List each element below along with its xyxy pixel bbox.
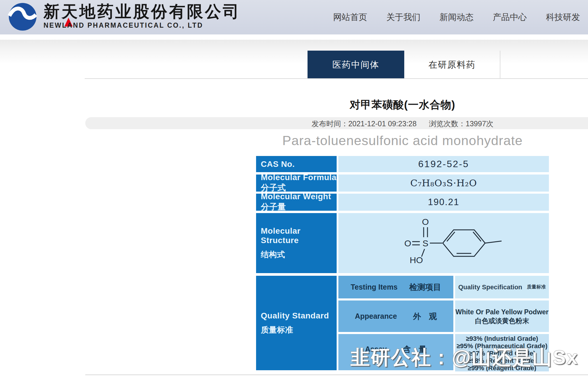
page: 新天地药业股份有限公司 NEWLAND PHARMACEUTICAL CO., … [0, 0, 588, 377]
views-value: 13997次 [466, 119, 494, 128]
watermark: 韭研公社：@山还是山Sx [350, 344, 578, 371]
page-title: 对甲苯磺酸(一水合物) [256, 98, 549, 112]
company-name-cn: 新天地药业股份有限公司 [44, 3, 241, 20]
testing-items-header-cn: 检测项目 [409, 282, 441, 293]
meta-text: 发布时间：2021-12-01 09:23:28浏览次数：13997次 [256, 119, 549, 129]
molecular-structure-drawing: O S O HO [369, 213, 505, 271]
testing-items-header-en: Testing Items [351, 283, 397, 291]
views-label: 浏览次数： [429, 119, 466, 128]
publish-time: 2021-12-01 09:23:28 [348, 119, 417, 128]
atom-s: S [422, 238, 428, 248]
appearance-spec-en: White Or Pale Yellow Podwer [455, 308, 549, 316]
appearance-item-cell: Appearance 外 观 [338, 300, 453, 332]
cas-value: 6192-52-5 [338, 156, 549, 172]
atom-o-left: O [404, 238, 411, 248]
publish-label: 发布时间： [312, 119, 348, 128]
quality-spec-header: Quality Specification 质量标准 [455, 276, 549, 298]
row-label-weight: Molecular Weight分子量 [256, 194, 337, 211]
atom-o-top: O [422, 217, 429, 227]
structure-cell: O S O HO [338, 213, 549, 273]
structure-label-en: Molecular Structure [261, 226, 337, 245]
row-label-formula: Molecular Formula分子式 [256, 175, 337, 192]
main-nav: 网站首页 关于我们 新闻动态 产品中心 科技研发 [333, 0, 580, 34]
quality-spec-header-cn: 质量标准 [527, 284, 546, 290]
bottom-rule [85, 374, 588, 375]
quality-label-en: Quality Standard [261, 311, 329, 320]
row-label-cas: CAS No. [256, 156, 337, 172]
testing-items-header: Testing Items 检测项目 [338, 276, 453, 298]
nav-item-research[interactable]: 科技研发 [546, 11, 580, 23]
nav-item-home[interactable]: 网站首页 [333, 11, 367, 23]
nav-item-products[interactable]: 产品中心 [493, 11, 527, 23]
formula-value: C₇H₈O₃S·H₂O [338, 175, 549, 192]
product-table: CAS No. Molecular Formula分子式 Molecular W… [256, 156, 549, 370]
nav-item-about[interactable]: 关于我们 [386, 11, 420, 23]
weight-value: 190.21 [338, 194, 549, 211]
appearance-spec-cell: White Or Pale Yellow Podwer 白色或淡黄色粉末 [455, 300, 549, 332]
row-label-structure: Molecular Structure 结构式 [256, 213, 337, 273]
quality-label-cn: 质量标准 [261, 325, 293, 335]
tab-api-in-research[interactable]: 在研原料药 [404, 51, 500, 79]
tab-divider [500, 51, 500, 79]
brand-block: 新天地药业股份有限公司 NEWLAND PHARMACEUTICAL CO., … [44, 3, 241, 29]
site-header: 新天地药业股份有限公司 NEWLAND PHARMACEUTICAL CO., … [0, 0, 588, 34]
product-title-en: Para-toluenesulfonic acid monohydrate [256, 133, 549, 148]
atom-ho: HO [410, 255, 423, 265]
structure-label-cn: 结构式 [261, 249, 285, 260]
assay-spec-line: ≥93% (Industrial Grade) [466, 335, 538, 342]
tab-pharma-intermediates[interactable]: 医药中间体 [308, 51, 404, 79]
appearance-item-cn: 外 观 [413, 311, 437, 322]
tab-bottom-rule [85, 78, 588, 79]
company-logo-icon[interactable] [8, 2, 37, 31]
appearance-item-en: Appearance [355, 312, 397, 320]
row-label-quality: Quality Standard 质量标准 [256, 276, 337, 370]
quality-spec-header-en: Quality Specification [458, 283, 522, 291]
company-name-en: NEWLAND PHARMACEUTICAL CO., LTD [44, 21, 241, 29]
appearance-spec-cn: 白色或淡黄色粉末 [475, 316, 529, 325]
nav-item-news[interactable]: 新闻动态 [440, 11, 474, 23]
